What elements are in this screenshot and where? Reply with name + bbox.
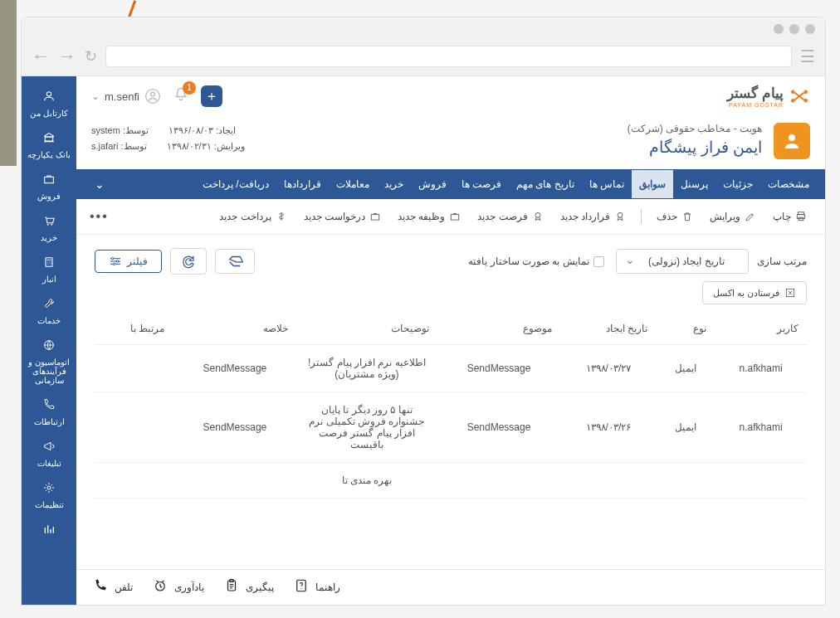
print-icon — [795, 211, 807, 222]
refresh-button[interactable] — [170, 248, 207, 275]
clock-icon — [153, 578, 168, 596]
tabs-bar: مشخصاتجزئیاتپرسنلسوابقتماس هاتاریخ های م… — [76, 169, 825, 199]
new-request-button[interactable]: درخواست جدید — [299, 207, 386, 226]
url-bar[interactable] — [105, 46, 792, 67]
help-button[interactable]: راهنما — [294, 578, 340, 596]
sidebar-item-bullhorn[interactable]: تبلیغات — [22, 433, 76, 474]
table-row[interactable]: بهره مندی تا — [95, 463, 807, 499]
cart-icon — [23, 214, 75, 230]
tab-11[interactable]: دریافت/ پرداخت — [195, 170, 276, 198]
table-row[interactable]: n.afkhamiایمیل۱۳۹۸/۰۳/۲۶SendMessageتنها … — [95, 392, 807, 463]
filter-row: مرتب سازی تاریخ ایجاد (نزولی) نمایش به ص… — [95, 248, 807, 275]
column-header[interactable]: خلاصه — [173, 313, 296, 345]
column-header[interactable]: تاریخ ایجاد — [560, 313, 656, 345]
followup-button[interactable]: پیگیری — [224, 578, 274, 596]
browser-window: ← → ↻ ☰ ⌄ m.senfi 1 — [21, 17, 826, 606]
cell-type: ایمیل — [656, 345, 715, 392]
app-logo[interactable]: پیام گستر PAYAM GOSTAR — [727, 85, 810, 108]
divider — [641, 209, 642, 224]
phone-button[interactable]: تلفن — [93, 578, 133, 596]
tab-10[interactable]: قراردادها — [276, 170, 329, 198]
user-dropdown[interactable]: ⌄ m.senfi — [91, 88, 161, 105]
main-sidebar: کارتابل منبانک یکپارچهفروشخریدانبارخدمات… — [22, 76, 76, 605]
cell-user: n.afkhami — [715, 392, 807, 463]
reload-icon[interactable]: ↻ — [85, 47, 97, 66]
logo-icon — [789, 85, 810, 107]
column-header[interactable]: کاربر — [715, 313, 807, 345]
tab-3[interactable]: سوابق — [632, 170, 673, 198]
tab-9[interactable]: معاملات — [329, 170, 377, 198]
sidebar-item-user[interactable]: کارتابل من — [22, 83, 76, 124]
delete-button[interactable]: حذف — [652, 207, 698, 226]
sidebar-item-chart[interactable] — [22, 516, 76, 548]
wrench-icon — [23, 297, 75, 313]
svg-point-10 — [618, 212, 623, 217]
filter-button[interactable]: فیلتر — [95, 250, 162, 273]
tab-2[interactable]: پرسنل — [673, 170, 715, 198]
menu-icon[interactable]: ☰ — [800, 46, 815, 66]
actions-more-icon[interactable]: ••• — [90, 209, 109, 224]
badge-icon — [532, 211, 544, 222]
cogs-icon — [23, 481, 75, 497]
sort-label: مرتب سازی — [757, 255, 807, 267]
tab-5[interactable]: تاریخ های مهم — [509, 170, 582, 198]
person-icon — [782, 131, 802, 151]
column-header[interactable]: موضوع — [437, 313, 561, 345]
svg-point-16 — [113, 263, 115, 265]
new-payment-button[interactable]: پرداخت جدید — [214, 207, 291, 226]
new-opportunity-button[interactable]: فرصت جدید — [472, 207, 548, 226]
reminder-button[interactable]: یادآوری — [153, 578, 204, 596]
cell-related — [95, 392, 173, 463]
table-row[interactable]: n.afkhamiایمیل۱۳۹۸/۰۳/۲۷SendMessageاطلاع… — [95, 345, 807, 392]
structured-checkbox[interactable]: نمایش به صورت ساختار یافته — [468, 255, 603, 267]
edit-button[interactable]: ویرایش — [705, 207, 761, 226]
tab-6[interactable]: فرصت ها — [454, 170, 509, 198]
sidebar-item-cogs[interactable]: تنظیمات — [22, 474, 76, 516]
new-contract-button[interactable]: قرارداد جدید — [555, 207, 631, 226]
cell-type: ایمیل — [656, 392, 715, 463]
window-dot[interactable] — [805, 24, 815, 34]
user-icon — [23, 90, 75, 105]
plus-icon: ＋ — [205, 88, 218, 105]
sidebar-item-briefcase[interactable]: فروش — [22, 166, 76, 207]
sidebar-item-globe[interactable]: اتوماسیون و فرآیندهای سازمانی — [22, 332, 76, 392]
refresh-icon — [181, 254, 196, 269]
eraser-button[interactable] — [215, 249, 255, 274]
tabs-more-icon[interactable]: ⌄ — [85, 169, 115, 199]
print-button[interactable]: چاپ — [768, 207, 812, 226]
trash-icon — [681, 211, 693, 222]
tab-8[interactable]: خرید — [377, 170, 411, 198]
sort-select[interactable]: تاریخ ایجاد (نزولی) — [616, 249, 749, 274]
sidebar-item-calc[interactable]: انبار — [22, 249, 76, 290]
sidebar-item-phone[interactable]: ارتباطات — [22, 392, 76, 433]
tab-7[interactable]: فروش — [411, 170, 454, 198]
sidebar-item-cart[interactable]: خرید — [22, 207, 76, 249]
bottom-bar: تلفن یادآوری پیگیری — [76, 569, 825, 605]
tab-1[interactable]: جزئیات — [715, 170, 760, 198]
column-header[interactable]: نوع — [656, 313, 715, 345]
forward-icon[interactable]: → — [58, 46, 76, 67]
column-header[interactable]: توضیحات — [296, 313, 437, 345]
sidebar-item-bank[interactable]: بانک یکپارچه — [22, 124, 76, 166]
history-table: کاربرنوعتاریخ ایجادموضوعتوضیحاتخلاصهمرتب… — [95, 313, 807, 499]
sidebar-item-wrench[interactable]: خدمات — [22, 290, 76, 332]
phone-icon — [93, 578, 108, 596]
bullhorn-icon — [23, 440, 75, 455]
phone-icon — [23, 398, 75, 414]
tab-0[interactable]: مشخصات — [760, 170, 817, 198]
new-task-button[interactable]: وظیفه جدید — [393, 207, 466, 226]
globe-icon — [23, 338, 75, 354]
svg-rect-7 — [798, 212, 804, 215]
window-dot[interactable] — [789, 24, 799, 34]
column-header[interactable]: مرتبط با — [95, 313, 173, 345]
checkbox-icon — [593, 256, 604, 267]
notifications-button[interactable]: 1 — [173, 86, 189, 107]
tab-4[interactable]: تماس ها — [582, 170, 632, 198]
svg-rect-22 — [45, 177, 54, 182]
briefcase-icon — [369, 211, 381, 222]
add-button[interactable]: ＋ — [201, 85, 222, 107]
svg-point-6 — [789, 134, 795, 141]
window-dot[interactable] — [774, 24, 784, 34]
export-excel-button[interactable]: فرستادن به اکسل — [702, 281, 807, 304]
back-icon[interactable]: ← — [32, 46, 50, 67]
